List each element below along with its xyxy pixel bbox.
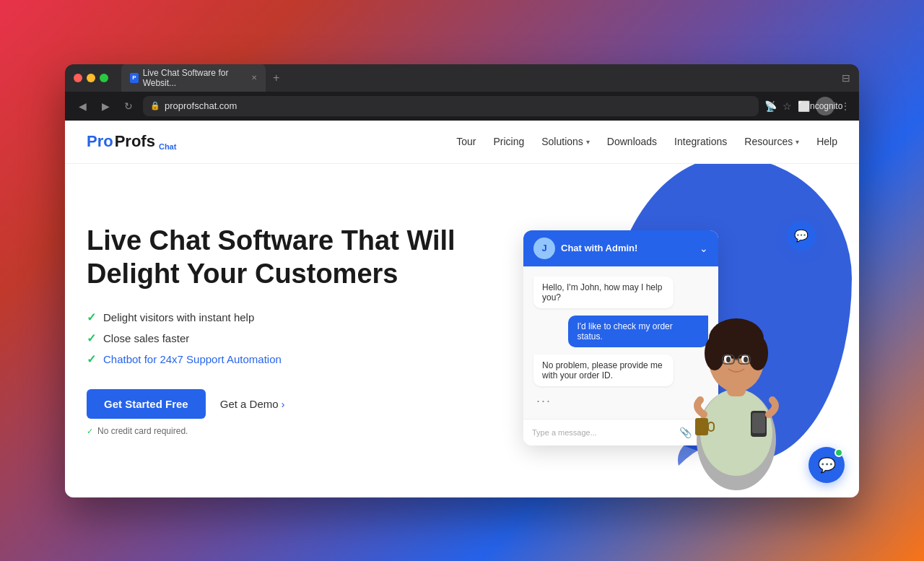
refresh-button[interactable]: ↻: [120, 97, 137, 115]
online-indicator: [834, 448, 843, 457]
svg-rect-16: [695, 418, 708, 435]
chat-admin-name: Chat with Admin!: [561, 243, 637, 253]
nav-link-integrations[interactable]: Integrations: [674, 136, 727, 147]
nav-link-resources[interactable]: Resources ▾: [744, 136, 799, 147]
tab-favicon: P: [130, 73, 139, 83]
nav-link-solutions[interactable]: Solutions ▾: [541, 136, 590, 147]
check-icon-1: ✓: [87, 310, 96, 324]
cta-row: Get Started Free Get a Demo ›: [87, 389, 462, 419]
address-bar[interactable]: 🔒 proprofschat.com: [143, 96, 759, 116]
feature-text-2: Close sales faster: [103, 332, 189, 344]
check-icon-2: ✓: [87, 331, 96, 345]
lock-icon: 🔒: [150, 101, 160, 110]
feature-item-1: ✓ Delight visitors with instant help: [87, 310, 462, 324]
new-tab-button[interactable]: +: [269, 69, 284, 87]
logo-chat: Chat: [159, 142, 176, 151]
forward-button[interactable]: ▶: [97, 97, 114, 115]
chat-header-left: J Chat with Admin!: [533, 238, 637, 259]
toolbar-icons: 📡 ☆ ⬜ Incognito ⋮: [764, 97, 850, 116]
minimize-button[interactable]: [87, 74, 95, 82]
chat-message-1: Hello, I'm John, how may I help you?: [533, 277, 674, 308]
browser-toolbar: ◀ ▶ ↻ 🔒 proprofschat.com 📡 ☆ ⬜ Incognito…: [65, 92, 859, 121]
svg-rect-15: [752, 413, 765, 433]
bookmark-icon[interactable]: ☆: [783, 100, 792, 112]
logo-profs: Profs: [115, 132, 155, 151]
chat-bubble-icon: 💬: [794, 229, 808, 243]
tab-close-icon[interactable]: ✕: [251, 74, 257, 82]
svg-point-5: [705, 336, 725, 370]
chat-chevron-icon[interactable]: ⌄: [699, 243, 708, 254]
profile-avatar[interactable]: Incognito: [816, 97, 834, 116]
person-chat-bubble: 💬: [787, 222, 816, 251]
window-minimize-icon[interactable]: ⊟: [842, 72, 850, 84]
svg-point-10: [744, 357, 748, 362]
hero-section: Live Chat Software That Will Delight You…: [65, 164, 859, 497]
nav-link-pricing[interactable]: Pricing: [493, 136, 524, 147]
logo: ProProfs Chat: [87, 132, 176, 151]
svg-point-6: [748, 336, 768, 370]
hero-right: J Chat with Admin! ⌄ Hello, I'm John, ho…: [462, 178, 837, 483]
person-illustration: [664, 259, 808, 490]
back-button[interactable]: ◀: [74, 97, 91, 115]
close-button[interactable]: [74, 74, 82, 82]
no-cc-check-icon: ✓: [87, 427, 93, 436]
demo-label: Get a Demo: [220, 398, 279, 410]
hero-left: Live Chat Software That Will Delight You…: [87, 225, 462, 436]
tab-title: Live Chat Software for Websit...: [143, 68, 244, 88]
website-content: ProProfs Chat Tour Pricing Solutions ▾ D…: [65, 121, 859, 497]
menu-icon[interactable]: ⋮: [840, 100, 850, 112]
floating-chat-icon: 💬: [818, 456, 836, 474]
cast-icon[interactable]: 📡: [764, 100, 777, 112]
feature-item-3: ✓ Chatbot for 24x7 Support Automation: [87, 352, 462, 366]
nav-link-downloads[interactable]: Downloads: [607, 136, 657, 147]
chat-message-3: No problem, please provide me with your …: [533, 355, 674, 386]
traffic-lights: [74, 74, 108, 82]
nav-link-help[interactable]: Help: [816, 136, 837, 147]
chat-input[interactable]: Type a message...: [532, 428, 679, 437]
chat-avatar: J: [533, 238, 555, 259]
nav-links: Tour Pricing Solutions ▾ Downloads Integ…: [456, 136, 837, 147]
svg-point-9: [726, 357, 731, 362]
chevron-down-icon: ▾: [586, 138, 590, 146]
get-demo-button[interactable]: Get a Demo ›: [220, 398, 285, 410]
site-nav: ProProfs Chat Tour Pricing Solutions ▾ D…: [65, 121, 859, 164]
get-started-button[interactable]: Get Started Free: [87, 389, 206, 419]
maximize-button[interactable]: [100, 74, 108, 82]
arrow-icon: ›: [282, 398, 285, 410]
incognito-label: Incognito: [808, 101, 843, 111]
check-icon-3: ✓: [87, 352, 96, 366]
no-cc-text: No credit card required.: [97, 426, 188, 436]
browser-tab[interactable]: P Live Chat Software for Websit... ✕: [121, 64, 266, 92]
no-cc-notice: ✓ No credit card required.: [87, 426, 462, 436]
logo-pro: Pro: [87, 132, 113, 151]
floating-chat-button[interactable]: 💬: [808, 447, 845, 483]
hero-title: Live Chat Software That Will Delight You…: [87, 225, 462, 290]
browser-window: P Live Chat Software for Websit... ✕ + ⊟…: [65, 64, 859, 497]
nav-link-tour[interactable]: Tour: [456, 136, 476, 147]
feature-item-2: ✓ Close sales faster: [87, 331, 462, 345]
url-display: proprofschat.com: [165, 100, 237, 111]
browser-titlebar: P Live Chat Software for Websit... ✕ + ⊟: [65, 64, 859, 92]
tab-bar: P Live Chat Software for Websit... ✕ +: [121, 64, 836, 92]
feature-list: ✓ Delight visitors with instant help ✓ C…: [87, 310, 462, 366]
chevron-down-icon-2: ▾: [796, 138, 799, 146]
feature-link-chatbot[interactable]: Chatbot for 24x7 Support Automation: [103, 353, 282, 365]
feature-text-1: Delight visitors with instant help: [103, 311, 254, 323]
